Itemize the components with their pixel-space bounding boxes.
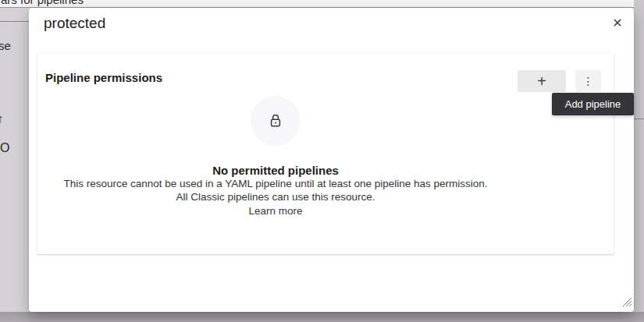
background-right-strip [634,0,644,322]
learn-more-link[interactable]: Learn more [248,205,302,218]
empty-state-description-line1: This resource cannot be used in a YAML p… [63,178,487,190]
background-left-strip: se ↑ LO [0,8,29,312]
pipeline-permissions-card: Pipeline permissions + ⋮ No permitted pi… [37,53,614,254]
more-options-button[interactable]: ⋮ [575,70,601,92]
background-arrow-fragment: ↑ [0,111,4,125]
background-partial-text: ars for pipelines [1,0,84,6]
add-pipeline-button[interactable]: + [518,70,566,92]
close-icon[interactable]: ✕ [607,12,628,33]
empty-state: No permitted pipelines This resource can… [37,96,514,218]
background-divider [0,21,29,22]
empty-state-title: No permitted pipelines [212,164,339,177]
screen: ars for pipelines se ↑ LO protected ✕ Pi… [0,0,644,322]
empty-state-description-line2: All Classic pipelines can use this resou… [176,191,375,203]
resource-details-modal: protected ✕ Pipeline permissions + ⋮ No … [29,8,634,312]
card-heading: Pipeline permissions [45,71,162,84]
background-bottom-strip [0,312,644,322]
add-pipeline-tooltip: Add pipeline [552,93,634,115]
resize-handle-icon[interactable] [621,295,633,308]
lock-icon-circle [251,96,301,146]
background-header-strip: ars for pipelines [0,0,634,8]
background-fragment-letters: LO [0,141,9,155]
modal-title: protected [44,15,105,32]
background-divider [634,119,644,119]
lock-icon [268,113,283,129]
background-fragment-text: se [0,39,11,52]
